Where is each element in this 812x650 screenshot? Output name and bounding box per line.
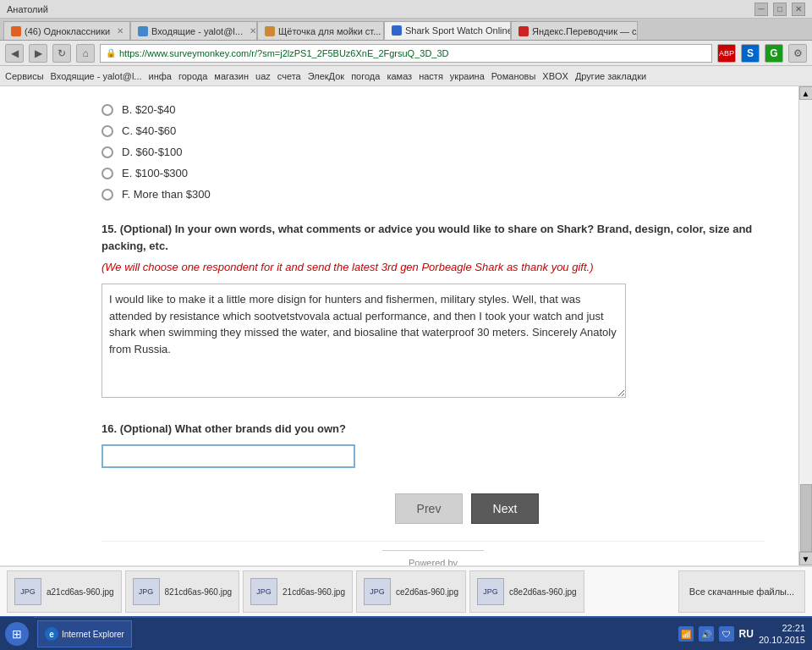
refresh-button[interactable]: ↻ [52,44,71,63]
home-button[interactable]: ⌂ [76,44,95,63]
download-bar: JPG a21cd6as-960.jpg JPG 821cd6as-960.jp… [0,565,812,616]
maximize-button[interactable]: □ [773,3,787,16]
option-e: E. $100-$300 [102,167,765,179]
address-box[interactable]: 🔒 https://www.surveymonkey.com/r/?sm=j2l… [100,44,712,63]
radio-d[interactable] [102,146,113,158]
tab-shark[interactable]: Shark Sport Watch Online... ✕ [384,21,511,40]
radio-f[interactable] [102,189,113,201]
question-15-textarea[interactable] [102,284,626,398]
scroll-down-button[interactable]: ▼ [799,552,813,565]
bookmark-kamaz[interactable]: камаз [387,71,412,81]
tab-brush[interactable]: Щёточка для мойки ст... ✕ [257,21,384,40]
settings-button[interactable]: ⚙ [788,44,807,63]
bookmark-info[interactable]: инфа [149,71,172,81]
scrollbar-thumb[interactable] [800,484,812,552]
bookmark-shop[interactable]: магазин [214,71,249,81]
tab-odnoklassniki[interactable]: (46) Одноклассники ✕ [3,21,130,40]
radio-c[interactable] [102,125,113,137]
addon-btn-3[interactable]: G [765,44,783,63]
option-d: D. $60-$100 [102,146,765,158]
download-file-icon-3: JPG [250,578,277,605]
back-button[interactable]: ◀ [5,44,24,63]
minimize-button[interactable]: ─ [754,3,768,16]
tab-favicon [392,25,402,36]
question-15-note: (We will choose one respondent for it an… [102,261,765,273]
bookmark-cities[interactable]: города [178,71,207,81]
tab-label: Shark Sport Watch Online... [405,25,511,36]
network-icon: 📶 [678,626,694,642]
addon-btn-1[interactable]: ABP [717,44,736,63]
language-indicator[interactable]: RU [739,628,754,640]
forward-button[interactable]: ▶ [29,44,47,63]
option-b: B. $20-$40 [102,103,765,116]
browser-tabs: (46) Одноклассники ✕ Входящие - yalot@l.… [0,19,812,41]
bookmark-nastya[interactable]: настя [419,71,443,81]
question-16-input[interactable] [102,444,355,468]
close-button[interactable]: ✕ [792,3,805,16]
tab-translate[interactable]: Яндекс.Переводчик — сл... ✕ [511,21,638,40]
tab-favicon [265,26,275,36]
bookmark-services[interactable]: Сервисы [5,71,44,81]
titlebar-title: Анатолий [7,4,754,14]
scroll-up-button[interactable]: ▲ [799,86,813,100]
download-item-2[interactable]: JPG 821cd6as-960.jpg [125,570,240,613]
option-f-label: F. More than $300 [122,188,211,201]
option-c: C. $40-$60 [102,124,765,137]
taskbar-ie-label: Internet Explorer [62,630,124,639]
radio-e[interactable] [102,168,113,179]
volume-icon: 🔊 [699,626,714,642]
option-d-label: D. $60-$100 [122,146,183,158]
download-item-5[interactable]: JPG c8e2d6as-960.jpg [469,570,584,613]
bookmark-accounts[interactable]: счета [277,71,301,81]
bookmark-weather[interactable]: погода [351,71,380,81]
option-e-label: E. $100-$300 [122,167,188,179]
taskbar-items: e Internet Explorer [34,620,672,647]
lock-icon: 🔒 [106,48,116,58]
download-item-3[interactable]: JPG 21cd6as-960.jpg [243,570,353,613]
clock-date: 20.10.2015 [759,634,805,646]
download-file-icon-5: JPG [477,578,504,605]
bookmark-uaz[interactable]: uaz [255,71,271,81]
tab-label: Щёточка для мойки ст... [278,26,381,36]
notification-icon: 🛡 [719,626,734,642]
next-button[interactable]: Next [471,493,539,524]
ie-icon: e [45,627,58,641]
bookmark-elek[interactable]: ЭлекДок [308,71,344,81]
download-item-4[interactable]: JPG ce2d6as-960.jpg [356,570,466,613]
price-options-block: B. $20-$40 C. $40-$60 D. $60-$100 E. $10… [102,103,765,201]
download-item-1[interactable]: JPG a21cd6as-960.jpg [7,570,122,613]
browser-content: B. $20-$40 C. $40-$60 D. $60-$100 E. $10… [0,86,812,565]
scrollbar: ▲ ▼ [798,86,812,565]
tab-label: Входящие - yalot@l... [151,26,243,36]
tab-close-icon[interactable]: ✕ [117,26,123,36]
all-downloads-button[interactable]: Все скачанные файлы... [678,570,805,613]
download-file-icon-2: JPG [133,578,160,605]
addon-btn-2[interactable]: S [741,44,760,63]
question-16-label: 16. (Optional) What other brands did you… [102,421,765,438]
download-filename-3: 21cd6as-960.jpg [283,587,345,597]
tab-close-icon[interactable]: ✕ [250,26,256,36]
bookmarks-bar: Сервисы Входящие - yalot@l... инфа город… [0,66,812,86]
taskbar-ie-icon[interactable]: e Internet Explorer [37,620,132,647]
powered-by-text: Powered by [110,558,756,566]
page-content: B. $20-$40 C. $40-$60 D. $60-$100 E. $10… [0,86,798,565]
browser-titlebar: Анатолий ─ □ ✕ [0,0,812,19]
download-filename-4: ce2d6as-960.jpg [396,587,458,597]
bookmark-xbox[interactable]: XBOX [542,71,568,81]
taskbar: ⊞ e Internet Explorer 📶 🔊 🛡 RU 22:21 20.… [0,616,812,650]
download-filename-2: 821cd6as-960.jpg [165,587,233,597]
tab-favicon [138,26,148,36]
bookmark-ukraine[interactable]: украина [450,71,485,81]
prev-button[interactable]: Prev [395,493,463,524]
tab-label: Яндекс.Переводчик — сл... [532,26,638,36]
start-button[interactable]: ⊞ [0,617,34,650]
tab-favicon [518,26,529,36]
download-file-icon-1: JPG [14,578,41,605]
tab-favicon [11,26,21,36]
bookmark-more[interactable]: Другие закладки [575,71,646,81]
bookmark-romanov[interactable]: Романовы [491,71,536,81]
system-clock: 22:21 20.10.2015 [759,622,805,647]
bookmark-mail[interactable]: Входящие - yalot@l... [51,71,142,81]
radio-b[interactable] [102,104,113,116]
tab-mail[interactable]: Входящие - yalot@l... ✕ [130,21,257,40]
